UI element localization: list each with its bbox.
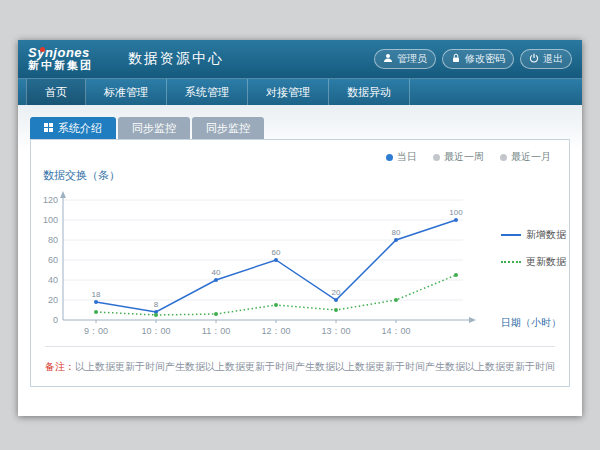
admin-user-button[interactable]: 管理员 xyxy=(374,49,436,69)
tab-sync-monitor-2-label: 同步监控 xyxy=(206,121,250,136)
svg-text:80: 80 xyxy=(392,228,401,237)
main-content: 系统介绍 同步监控 同步监控 当日 最近一周 最近一月 数据交换（条） 0204… xyxy=(18,105,582,416)
legend-new-data[interactable]: 新增数据 xyxy=(501,228,566,242)
logout-label: 退出 xyxy=(543,52,563,66)
svg-text:60: 60 xyxy=(48,255,58,265)
x-axis-title: 日期（小时） xyxy=(501,316,561,330)
footnote-text: 以上数据更新于时间产生数据以上数据更新于时间产生数据以上数据更新于时间产生数据以… xyxy=(75,361,555,372)
logout-button[interactable]: 退出 xyxy=(520,49,572,69)
nav-item-home[interactable]: 首页 xyxy=(26,79,86,105)
svg-text:9：00: 9：00 xyxy=(84,326,108,336)
tab-bar: 系统介绍 同步监控 同步监控 xyxy=(30,117,264,139)
filter-today[interactable]: 当日 xyxy=(386,150,417,164)
svg-text:20: 20 xyxy=(332,288,341,297)
admin-user-label: 管理员 xyxy=(397,52,427,66)
filter-last-month-dot xyxy=(500,154,507,161)
svg-text:40: 40 xyxy=(212,268,221,277)
filter-last-month[interactable]: 最近一月 xyxy=(500,150,551,164)
svg-text:100: 100 xyxy=(43,215,58,225)
grid-icon xyxy=(44,122,53,134)
nav-item-standard-mgmt[interactable]: 标准管理 xyxy=(86,79,167,105)
filter-last-week-label: 最近一周 xyxy=(444,150,484,164)
y-axis-title: 数据交换（条） xyxy=(43,168,120,183)
series-legend: 新增数据 更新数据 xyxy=(501,228,566,269)
footnote: 备注：以上数据更新于时间产生数据以上数据更新于时间产生数据以上数据更新于时间产生… xyxy=(45,346,555,374)
app-header: Synjones 新中新集团 数据资源中心 管理员 修改密码 xyxy=(18,40,582,78)
tab-system-intro-label: 系统介绍 xyxy=(58,121,102,136)
svg-text:13：00: 13：00 xyxy=(321,326,350,336)
legend-updated-data[interactable]: 更新数据 xyxy=(501,255,566,269)
nav-item-data-change-label: 数据异动 xyxy=(347,85,391,100)
chart-panel: 当日 最近一周 最近一月 数据交换（条） 0204060801001209：00… xyxy=(30,139,570,387)
svg-text:14：00: 14：00 xyxy=(381,326,410,336)
filter-today-dot xyxy=(386,154,393,161)
legend-updated-data-label: 更新数据 xyxy=(526,255,566,269)
lock-icon xyxy=(451,53,461,65)
svg-text:12：00: 12：00 xyxy=(261,326,290,336)
nav-item-system-mgmt[interactable]: 系统管理 xyxy=(167,79,248,105)
user-icon xyxy=(383,53,393,65)
time-range-filter: 当日 最近一周 最近一月 xyxy=(386,150,551,164)
nav-item-system-mgmt-label: 系统管理 xyxy=(185,85,229,100)
svg-text:80: 80 xyxy=(48,235,58,245)
tab-sync-monitor-2[interactable]: 同步监控 xyxy=(192,117,264,139)
filter-today-label: 当日 xyxy=(397,150,417,164)
svg-text:10：00: 10：00 xyxy=(141,326,170,336)
green-dotted-line-sample-icon xyxy=(501,261,521,263)
filter-last-week[interactable]: 最近一周 xyxy=(433,150,484,164)
svg-text:100: 100 xyxy=(449,208,463,217)
svg-text:11：00: 11：00 xyxy=(202,326,230,336)
nav-item-standard-mgmt-label: 标准管理 xyxy=(104,85,148,100)
svg-text:60: 60 xyxy=(272,248,281,257)
main-nav: 首页 标准管理 系统管理 对接管理 数据异动 xyxy=(18,78,582,105)
change-password-button[interactable]: 修改密码 xyxy=(442,49,514,69)
logo-company-name: 新中新集团 xyxy=(28,60,114,72)
tab-sync-monitor-1[interactable]: 同步监控 xyxy=(118,117,190,139)
filter-last-month-label: 最近一月 xyxy=(511,150,551,164)
page-title: 数据资源中心 xyxy=(128,50,224,68)
nav-item-interface-mgmt[interactable]: 对接管理 xyxy=(248,79,329,105)
power-icon xyxy=(529,53,539,65)
svg-text:0: 0 xyxy=(53,315,58,325)
tab-system-intro[interactable]: 系统介绍 xyxy=(30,117,116,139)
svg-text:8: 8 xyxy=(154,300,159,309)
tab-sync-monitor-1-label: 同步监控 xyxy=(132,121,176,136)
footnote-label: 备注： xyxy=(45,361,75,372)
nav-item-home-label: 首页 xyxy=(45,85,67,100)
nav-item-data-change[interactable]: 数据异动 xyxy=(329,79,410,105)
nav-item-interface-mgmt-label: 对接管理 xyxy=(266,85,310,100)
svg-text:120: 120 xyxy=(43,195,58,205)
app-window: Synjones 新中新集团 数据资源中心 管理员 修改密码 xyxy=(18,40,582,416)
legend-new-data-label: 新增数据 xyxy=(526,228,566,242)
logo: Synjones 新中新集团 xyxy=(28,46,114,71)
blue-line-sample-icon xyxy=(501,234,521,236)
change-password-label: 修改密码 xyxy=(465,52,505,66)
filter-last-week-dot xyxy=(433,154,440,161)
svg-text:18: 18 xyxy=(92,290,101,299)
line-chart: 0204060801001209：0010：0011：0012：0013：001… xyxy=(37,186,487,346)
svg-text:40: 40 xyxy=(48,275,58,285)
header-actions: 管理员 修改密码 退出 xyxy=(374,49,572,69)
svg-text:20: 20 xyxy=(48,295,58,305)
